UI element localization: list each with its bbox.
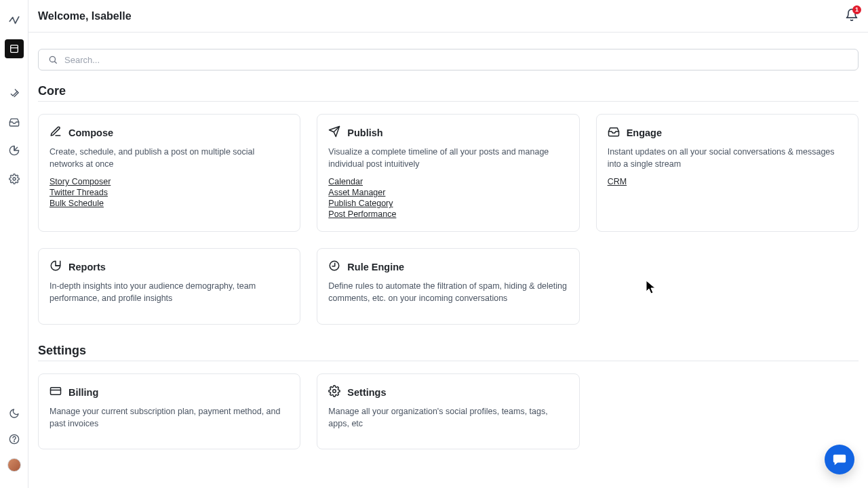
link-publish-category[interactable]: Publish Category: [328, 199, 393, 208]
link-bulk-schedule[interactable]: Bulk Schedule: [50, 199, 104, 208]
card-engage[interactable]: Engage Instant updates on all your socia…: [596, 114, 859, 232]
chat-launcher[interactable]: [825, 445, 854, 474]
sidebar: [0, 0, 28, 488]
search-icon: [48, 55, 58, 64]
card-publish[interactable]: Publish Visualize a complete timeline of…: [317, 114, 579, 232]
link-asset-manager[interactable]: Asset Manager: [328, 188, 385, 197]
svg-rect-10: [51, 387, 61, 394]
rule-engine-icon: [328, 260, 340, 274]
link-crm[interactable]: CRM: [608, 177, 627, 186]
publish-icon: [328, 125, 340, 140]
nav-inbox[interactable]: [5, 113, 24, 131]
card-desc: Visualize a complete timeline of all you…: [328, 146, 568, 170]
link-story-composer[interactable]: Story Composer: [50, 177, 111, 186]
divider: [38, 101, 859, 102]
svg-line-6: [55, 62, 57, 64]
svg-point-12: [333, 389, 336, 392]
main-content: Core Compose Create, schedule, and publi…: [28, 33, 868, 488]
card-desc: Instant updates on all your social conve…: [608, 146, 847, 170]
topbar: Welcome, Isabelle 1: [28, 0, 868, 33]
card-settings[interactable]: Settings Manage all your organization's …: [317, 373, 579, 449]
nav-settings[interactable]: [5, 169, 24, 188]
notifications-button[interactable]: 1: [845, 8, 859, 24]
billing-icon: [50, 385, 62, 400]
card-title: Billing: [68, 387, 98, 398]
logo-icon[interactable]: [5, 11, 24, 30]
settings-card-grid: Billing Manage your current subscription…: [38, 373, 859, 449]
card-rule-engine[interactable]: Rule Engine Define rules to automate the…: [317, 248, 579, 324]
card-title: Settings: [347, 387, 386, 398]
svg-point-4: [14, 441, 14, 442]
card-desc: In-depth insights into your audience dem…: [50, 280, 289, 304]
nav-help[interactable]: [5, 430, 24, 449]
svg-point-2: [13, 178, 16, 180]
card-title: Compose: [68, 127, 113, 138]
svg-rect-0: [10, 45, 18, 53]
section-heading-settings: Settings: [38, 344, 859, 358]
card-desc: Manage all your organization's social pr…: [328, 405, 568, 430]
link-twitter-threads[interactable]: Twitter Threads: [50, 188, 108, 197]
nav-analytics[interactable]: [5, 141, 24, 160]
section-heading-core: Core: [38, 84, 859, 98]
search-bar[interactable]: [38, 49, 859, 70]
divider: [38, 361, 859, 361]
card-title: Publish: [347, 127, 382, 138]
nav-home[interactable]: [5, 39, 24, 58]
reports-icon: [50, 260, 62, 274]
card-desc: Manage your current subscription plan, p…: [50, 405, 289, 430]
card-reports[interactable]: Reports In-depth insights into your audi…: [38, 248, 300, 324]
core-card-grid: Compose Create, schedule, and publish a …: [38, 114, 859, 325]
card-desc: Create, schedule, and publish a post on …: [50, 146, 289, 170]
page-title: Welcome, Isabelle: [38, 10, 132, 22]
settings-icon: [328, 385, 340, 400]
chat-icon: [832, 452, 847, 467]
nav-compose[interactable]: [5, 84, 24, 103]
nav-avatar[interactable]: [5, 455, 24, 474]
nav-theme[interactable]: [5, 404, 24, 423]
link-calendar[interactable]: Calendar: [328, 177, 363, 186]
card-billing[interactable]: Billing Manage your current subscription…: [38, 373, 300, 449]
card-title: Reports: [68, 262, 106, 272]
avatar: [7, 458, 21, 472]
link-post-performance[interactable]: Post Performance: [328, 209, 396, 219]
compose-icon: [50, 125, 62, 140]
card-desc: Define rules to automate the filtration …: [328, 280, 568, 304]
notification-badge: 1: [852, 5, 861, 14]
card-title: Engage: [627, 127, 662, 138]
card-title: Rule Engine: [347, 262, 404, 272]
search-input[interactable]: [64, 55, 848, 65]
engage-icon: [608, 125, 620, 140]
card-compose[interactable]: Compose Create, schedule, and publish a …: [38, 114, 300, 232]
